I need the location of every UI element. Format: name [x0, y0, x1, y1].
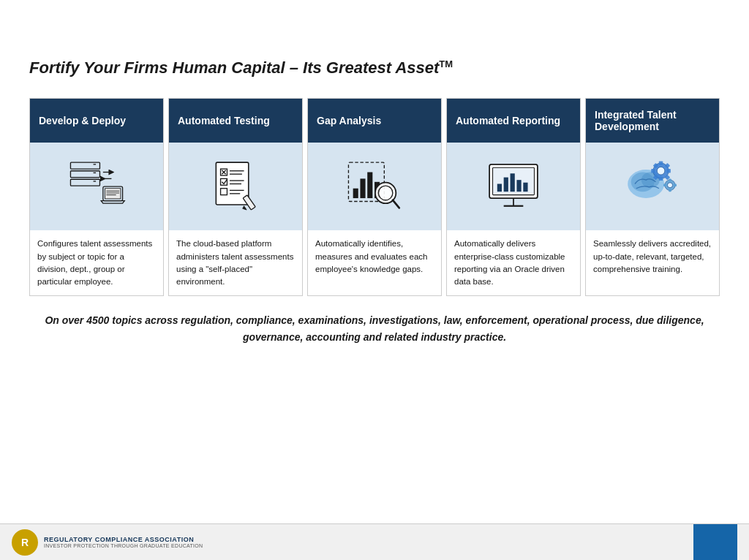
monitor-chart-icon [484, 156, 543, 218]
laptop-server-icon [67, 156, 126, 218]
svg-rect-51 [667, 169, 671, 173]
footer-org-sub: Investor Protection Through Graduate Edu… [44, 543, 203, 548]
svg-rect-59 [669, 178, 671, 181]
card-header-automated-reporting: Automated Reporting [447, 99, 580, 143]
svg-rect-49 [659, 161, 663, 164]
card-desc-automated-testing: The cloud-based platform administers tal… [169, 230, 302, 295]
bottom-text: On over 4500 topics across regulation, c… [29, 312, 720, 345]
cards-container: Develop & Deploy [29, 98, 720, 296]
card-title-automated-testing: Automated Testing [178, 115, 270, 126]
chart-magnify-icon [345, 156, 404, 218]
svg-marker-26 [243, 206, 246, 210]
svg-line-34 [393, 200, 399, 208]
card-header-automated-testing: Automated Testing [169, 99, 302, 143]
card-icon-area-automated-reporting [447, 143, 580, 230]
card-icon-area-integrated-talent [586, 143, 719, 230]
main-content: Fortify Your Firms Human Capital – Its G… [0, 0, 749, 523]
checklist-pencil-icon [206, 156, 265, 218]
svg-rect-28 [353, 189, 358, 198]
footer-org-text: Regulatory Compliance Association Invest… [44, 536, 203, 548]
card-desc-develop-deploy: Configures talent assessments by subject… [30, 230, 163, 295]
footer-logo-icon: R [12, 529, 38, 556]
card-header-develop-deploy: Develop & Deploy [30, 99, 163, 143]
title-text: Fortify Your Firms Human Capital – Its G… [29, 58, 439, 77]
card-header-gap-analysis: Gap Analysis [308, 99, 441, 143]
card-title-integrated-talent: Integrated Talent Development [595, 109, 710, 132]
svg-rect-39 [511, 173, 515, 192]
gears-brain-icon [623, 156, 682, 218]
footer: R Regulatory Compliance Association Inve… [0, 523, 749, 560]
card-title-develop-deploy: Develop & Deploy [39, 115, 126, 126]
svg-rect-60 [669, 189, 671, 192]
svg-rect-30 [367, 172, 372, 198]
svg-rect-62 [663, 183, 666, 186]
svg-rect-2 [70, 179, 99, 186]
trademark-symbol: TM [439, 58, 453, 69]
svg-rect-52 [651, 169, 655, 173]
svg-rect-40 [516, 180, 521, 192]
page-wrapper: Fortify Your Firms Human Capital – Its G… [0, 0, 749, 560]
card-icon-area-automated-testing [169, 143, 302, 230]
card-gap-analysis: Gap Analysis [307, 98, 442, 296]
card-header-integrated-talent: Integrated Talent Development [586, 99, 719, 143]
card-automated-testing: Automated Testing [168, 98, 303, 296]
svg-rect-61 [674, 183, 677, 186]
footer-org-name: Regulatory Compliance Association [44, 536, 203, 543]
card-title-gap-analysis: Gap Analysis [317, 115, 381, 126]
svg-rect-37 [497, 183, 502, 192]
card-icon-area-develop-deploy [30, 143, 163, 230]
svg-rect-38 [504, 177, 508, 192]
svg-rect-29 [360, 178, 365, 198]
card-icon-area-gap-analysis [308, 143, 441, 230]
footer-logo-area: R Regulatory Compliance Association Inve… [12, 529, 203, 556]
card-desc-automated-reporting: Automatically delivers enterprise-class … [447, 230, 580, 295]
svg-rect-0 [70, 162, 99, 169]
svg-point-48 [657, 167, 665, 175]
card-desc-integrated-talent: Seamlessly delivers accredited, up-to-da… [586, 230, 719, 295]
card-integrated-talent: Integrated Talent Development [585, 98, 720, 296]
svg-rect-50 [659, 177, 663, 181]
page-title: Fortify Your Firms Human Capital – Its G… [29, 58, 720, 77]
footer-right-bar [693, 524, 737, 561]
card-develop-deploy: Develop & Deploy [29, 98, 164, 296]
svg-rect-41 [523, 183, 527, 192]
svg-rect-1 [70, 171, 99, 178]
card-title-automated-reporting: Automated Reporting [456, 115, 560, 126]
svg-rect-9 [105, 189, 121, 199]
svg-point-58 [667, 183, 672, 188]
card-automated-reporting: Automated Reporting [446, 98, 581, 296]
card-desc-gap-analysis: Automatically identifies, measures and e… [308, 230, 441, 295]
